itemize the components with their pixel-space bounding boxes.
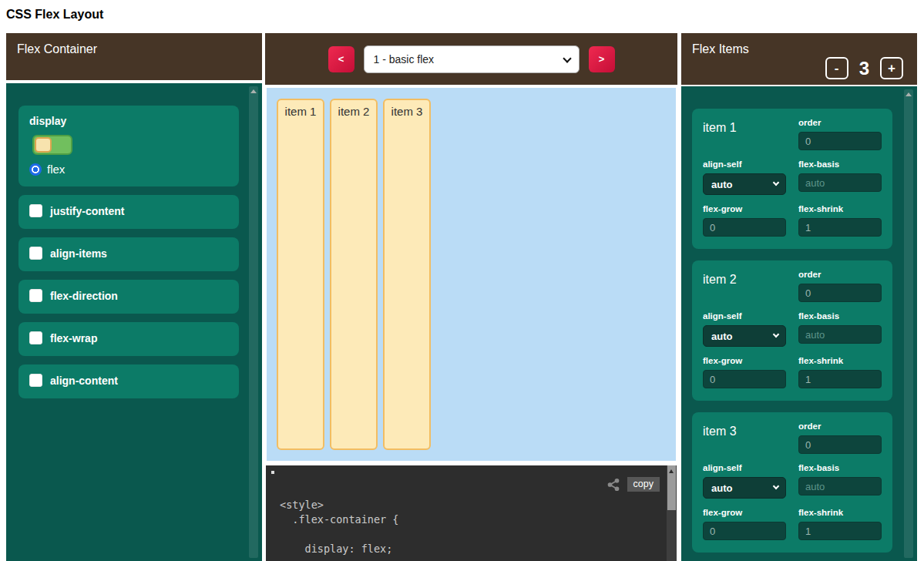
flex-grow-input[interactable] (703, 370, 786, 388)
order-input[interactable] (798, 435, 882, 454)
remove-item-button[interactable]: - (825, 57, 848, 79)
flex-items-panel-title: Flex Items (692, 42, 749, 55)
align-items-checkbox[interactable] (29, 247, 42, 260)
preview-flex-item-2: item 2 (330, 99, 378, 450)
order-label: order (798, 118, 882, 127)
flex-wrap-label: flex-wrap (50, 332, 97, 344)
preview-panel: < 1 - basic flex > item 1 item 2 item 3 (265, 33, 677, 561)
next-example-button[interactable]: > (589, 46, 615, 72)
display-toggle-knob (35, 137, 52, 153)
property-card-flex-direction: flex-direction (18, 280, 239, 314)
left-panel-scrollbar[interactable] (249, 86, 258, 558)
order-label: order (798, 270, 882, 279)
prev-example-button[interactable]: < (328, 46, 354, 72)
align-content-label: align-content (50, 375, 118, 387)
code-line: display: flex; (280, 542, 398, 556)
page-title: CSS Flex Layout (6, 8, 103, 22)
flex-shrink-label: flex-shrink (798, 356, 882, 365)
property-card-flex-wrap: flex-wrap (18, 322, 239, 356)
css-code-block: copy <style> .flex-container { display: … (266, 465, 677, 561)
add-item-button[interactable]: + (880, 57, 903, 79)
align-self-select[interactable]: auto (703, 325, 786, 347)
flex-items-panel: Flex Items - 3 + item 1 order align-self… (681, 33, 917, 561)
align-self-select[interactable]: auto (703, 173, 786, 195)
align-self-select[interactable]: auto (703, 477, 786, 499)
example-selector-bar: < 1 - basic flex > (265, 33, 677, 85)
justify-content-label: justify-content (50, 205, 124, 217)
display-label: display (29, 115, 228, 127)
order-input[interactable] (798, 132, 882, 150)
code-scrollbar-thumb[interactable] (667, 465, 676, 510)
scroll-up-arrow-icon[interactable] (906, 92, 912, 96)
item-card-1: item 1 order align-self auto flex-basis (692, 109, 892, 249)
property-card-align-items: align-items (18, 237, 239, 271)
item-card-title: item 3 (703, 422, 786, 454)
flex-basis-label: flex-basis (798, 160, 882, 169)
flex-wrap-checkbox[interactable] (29, 331, 42, 344)
item-card-title: item 1 (703, 118, 786, 150)
copy-code-button[interactable]: copy (627, 477, 660, 492)
flex-grow-input[interactable] (703, 522, 786, 540)
flex-shrink-input[interactable] (798, 522, 882, 540)
preview-flex-item-3: item 3 (383, 99, 431, 450)
css-code-text: <style> .flex-container { display: flex; (280, 498, 398, 556)
display-flex-radio[interactable] (29, 163, 42, 176)
flex-basis-input[interactable] (798, 477, 882, 495)
property-card-justify-content: justify-content (18, 195, 239, 229)
flex-shrink-label: flex-shrink (798, 508, 882, 517)
scroll-up-arrow-icon[interactable] (669, 469, 674, 473)
order-input[interactable] (798, 284, 882, 302)
flex-basis-label: flex-basis (798, 463, 882, 472)
flex-direction-checkbox[interactable] (29, 289, 42, 302)
code-cursor-dot (271, 471, 274, 474)
code-scrollbar[interactable] (667, 465, 677, 561)
code-line: <style> (280, 498, 398, 512)
right-panel-scrollbar[interactable] (904, 89, 913, 558)
justify-content-checkbox[interactable] (29, 204, 42, 217)
item-card-3: item 3 order align-self auto flex-basis (692, 412, 892, 553)
flex-basis-label: flex-basis (798, 311, 882, 321)
example-select[interactable]: 1 - basic flex (364, 45, 580, 73)
property-card-align-content: align-content (18, 364, 239, 398)
display-flex-radio-label: flex (47, 163, 65, 176)
align-self-label: align-self (703, 463, 786, 472)
flex-items-panel-body: item 1 order align-self auto flex-basis (681, 86, 917, 561)
code-line (280, 527, 398, 542)
flex-direction-label: flex-direction (50, 290, 118, 302)
item-card-title: item 2 (703, 270, 786, 302)
flex-container-panel: Flex Container display flex justify-cont… (6, 33, 262, 561)
flex-container-preview: item 1 item 2 item 3 (267, 88, 676, 461)
align-content-checkbox[interactable] (29, 374, 42, 387)
flex-shrink-input[interactable] (798, 370, 882, 388)
flex-shrink-label: flex-shrink (798, 204, 882, 213)
flex-grow-label: flex-grow (703, 356, 786, 365)
align-self-label: align-self (703, 160, 786, 169)
item-count: 3 (859, 58, 869, 79)
flex-container-panel-title: Flex Container (6, 33, 262, 80)
order-label: order (798, 422, 882, 431)
flex-grow-label: flex-grow (703, 204, 786, 213)
align-items-label: align-items (50, 247, 107, 260)
preview-panel-body: item 1 item 2 item 3 copy <st (265, 86, 677, 561)
display-toggle[interactable] (32, 135, 72, 155)
align-self-label: align-self (703, 311, 786, 321)
flex-grow-label: flex-grow (703, 508, 786, 517)
display-property-card: display flex (18, 106, 239, 186)
flex-shrink-input[interactable] (798, 218, 882, 237)
code-line: .flex-container { (280, 512, 398, 527)
item-card-2: item 2 order align-self auto flex-basis (692, 260, 892, 401)
share-icon[interactable] (606, 478, 620, 492)
flex-basis-input[interactable] (798, 325, 882, 344)
flex-basis-input[interactable] (798, 173, 882, 192)
flex-grow-input[interactable] (703, 218, 786, 237)
flex-container-panel-body: display flex justify-content align (6, 83, 262, 561)
preview-flex-item-1: item 1 (277, 99, 324, 450)
scroll-up-arrow-icon[interactable] (250, 89, 257, 93)
